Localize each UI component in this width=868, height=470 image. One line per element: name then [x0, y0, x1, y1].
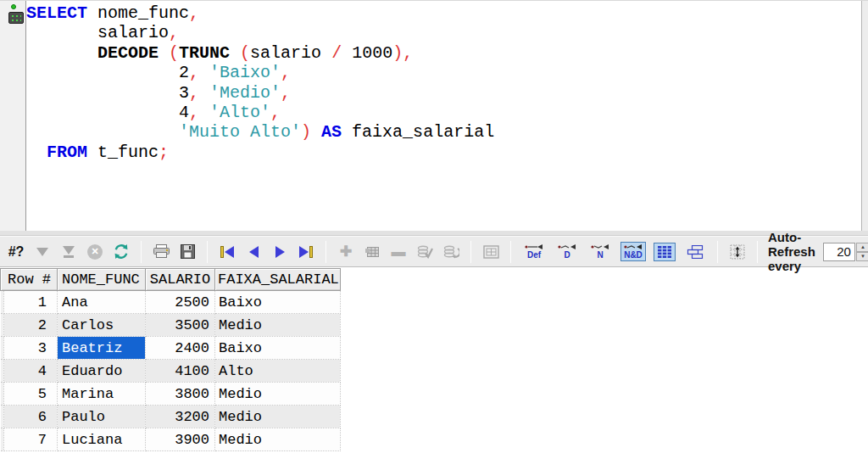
code-line: 2, 'Baixo', [26, 63, 860, 82]
selected-cell[interactable]: Beatriz [58, 337, 146, 360]
editor-gutter [0, 1, 26, 232]
rollback-icon [443, 245, 459, 259]
column-width-default-button[interactable]: Def [521, 242, 547, 261]
width-name-and-data-label: N&D [624, 251, 643, 260]
interval-up-button[interactable]: ▲ [856, 243, 868, 252]
cell[interactable]: 4 [4, 360, 58, 383]
toolbar-separator [141, 241, 142, 263]
refresh-button[interactable] [112, 241, 131, 263]
cell[interactable]: 7 [4, 428, 58, 451]
cell[interactable]: Medio [215, 383, 341, 406]
table-row: 6Paulo3200Medio [1, 406, 341, 428]
toolbar-separator [757, 241, 758, 263]
auto-refresh-interval: ▲ ▼ [823, 243, 868, 261]
cell[interactable]: 1 [4, 291, 58, 314]
cell[interactable]: 2 [4, 314, 58, 337]
save-icon [181, 244, 195, 259]
cell[interactable]: 3 [4, 337, 58, 360]
result-set-icon [8, 12, 24, 24]
filter-icon [36, 248, 48, 256]
cell[interactable]: Luciana [58, 428, 146, 451]
column-width-data-button[interactable]: D [554, 242, 580, 261]
table-row: 3Beatriz2400Baixo [1, 337, 341, 360]
code-line: 'Muito Alto') AS faixa_salarial [26, 122, 860, 142]
width-default-label: Def [527, 251, 541, 260]
form-view-icon [687, 245, 704, 259]
cell[interactable]: 3800 [146, 383, 215, 406]
last-record-icon [299, 246, 309, 258]
cell[interactable]: Alto [215, 360, 341, 383]
grid-view-button[interactable] [654, 243, 676, 261]
sql-editor-pane: SELECT nome_func, salario, DECODE (TRUNC… [0, 0, 868, 231]
cell[interactable]: 2400 [146, 337, 215, 360]
cell[interactable]: Baixo [215, 337, 341, 360]
cell[interactable]: Ana [58, 291, 146, 314]
sql-tool-window: SELECT nome_func, salario, DECODE (TRUNC… [0, 0, 868, 470]
table-row: 7Luciana3900Medio [1, 428, 341, 451]
print-button[interactable] [152, 241, 170, 263]
editor-right-edge [861, 1, 868, 232]
cell[interactable]: Carlos [58, 314, 146, 337]
cell[interactable]: 2500 [146, 291, 215, 314]
fit-rows-button[interactable] [728, 241, 747, 263]
fetch-all-icon [63, 246, 75, 258]
column-header[interactable]: FAIXA_SALARIAL [215, 269, 341, 291]
revert-edits-button[interactable] [442, 241, 460, 263]
column-header[interactable]: Row # [1, 269, 58, 291]
save-results-button[interactable] [178, 241, 197, 263]
cell[interactable]: 6 [4, 406, 58, 428]
cell[interactable]: Medio [215, 314, 341, 337]
interval-down-button[interactable]: ▼ [856, 252, 868, 261]
next-record-button[interactable] [270, 241, 289, 263]
code-line: 3, 'Medio', [26, 83, 860, 103]
filter-button[interactable] [33, 241, 52, 263]
cell[interactable]: Eduardo [58, 360, 146, 383]
previous-record-button[interactable] [244, 241, 263, 263]
column-header[interactable]: NOME_FUNC [58, 269, 146, 291]
fit-rows-icon [730, 244, 745, 260]
cell[interactable]: Medio [215, 428, 341, 451]
row-count-button[interactable]: #? [7, 241, 25, 263]
fetch-all-button[interactable] [59, 241, 78, 263]
toolbar-separator [470, 241, 471, 263]
toolbar-separator [510, 241, 511, 263]
cell[interactable]: Baixo [215, 291, 341, 314]
code-line: salario, [26, 23, 860, 42]
column-width-name-button[interactable]: N [587, 242, 613, 261]
cell[interactable]: Medio [215, 406, 341, 428]
cell[interactable]: 3500 [146, 314, 215, 337]
code-line: FROM t_func; [26, 143, 860, 162]
table-row: 4Eduardo4100Alto [1, 360, 341, 383]
interval-spinner: ▲ ▼ [856, 243, 868, 261]
cell[interactable]: Marina [58, 383, 146, 406]
auto-refresh-interval-input[interactable] [823, 243, 855, 261]
row-count-label: #? [8, 244, 25, 260]
sql-code[interactable]: SELECT nome_func, salario, DECODE (TRUNC… [26, 3, 860, 162]
boxed-grid-icon [483, 245, 499, 259]
insert-record-button[interactable]: ✚ [337, 241, 355, 263]
post-edits-button[interactable] [415, 241, 434, 263]
delete-record-button[interactable]: ▬ [389, 241, 408, 263]
cancel-query-button[interactable]: ✕ [86, 241, 104, 263]
table-row: 1Ana2500Baixo [1, 291, 341, 314]
first-record-button[interactable] [218, 241, 236, 263]
duplicate-record-button[interactable] [363, 241, 381, 263]
last-record-button[interactable] [297, 241, 315, 263]
cell[interactable]: 4100 [146, 360, 215, 383]
cell[interactable]: Paulo [58, 406, 146, 428]
column-width-name-and-data-button[interactable]: N&D [620, 242, 646, 261]
form-view-button[interactable] [683, 243, 707, 261]
cell[interactable]: 3900 [146, 428, 215, 451]
minus-icon: ▬ [392, 243, 406, 260]
code-line: 4, 'Alto', [26, 103, 860, 122]
code-line: SELECT nome_func, [26, 3, 860, 23]
result-set-icon-dots [11, 14, 21, 21]
cell[interactable]: 3200 [146, 406, 215, 428]
cell[interactable]: 5 [4, 383, 58, 406]
column-header[interactable]: SALARIO [146, 269, 215, 291]
single-record-view-button[interactable] [481, 241, 500, 263]
toolbar-separator [326, 241, 326, 263]
code-line: DECODE (TRUNC (salario / 1000), [26, 43, 860, 63]
width-name-icon [591, 243, 609, 250]
statement-marker-icon [11, 4, 16, 9]
